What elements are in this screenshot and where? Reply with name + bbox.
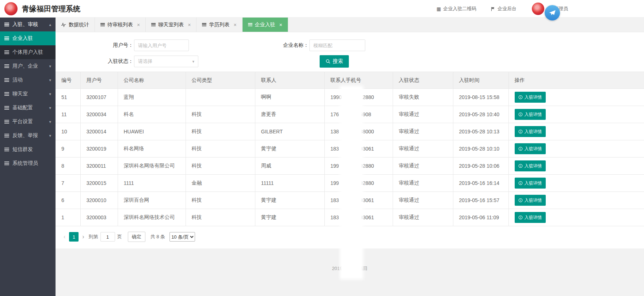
cell-type: [186, 89, 255, 106]
entry-detail-button[interactable]: 入驻详情: [515, 212, 546, 223]
company-entry-qrcode-link[interactable]: ▦ 企业入驻二维码: [437, 0, 476, 18]
close-icon[interactable]: ×: [279, 22, 282, 28]
entry-detail-button[interactable]: 入驻详情: [515, 109, 546, 120]
tab-chatroom-list[interactable]: 聊天室列表 ×: [146, 18, 197, 32]
sidebar-item-company-entry[interactable]: 企业入驻: [0, 31, 56, 45]
close-icon[interactable]: ×: [137, 22, 140, 28]
cell-company: HUAWEI: [118, 123, 186, 140]
cell-company: 科名网络: [118, 140, 186, 158]
menu-list-icon: [4, 64, 9, 68]
tab-education-list[interactable]: 学历列表 ×: [197, 18, 242, 32]
sidebar-item-entry-review[interactable]: 入驻、审核 ▴: [0, 18, 56, 31]
sidebar-item-basic-config[interactable]: 基础配置 ▾: [0, 101, 56, 115]
page-unit-label: 页: [117, 234, 122, 240]
cell-company: 科名: [118, 106, 186, 123]
prev-page-button[interactable]: ‹: [61, 234, 68, 240]
sidebar-item-chatroom[interactable]: 聊天室 ▾: [0, 87, 56, 101]
list-icon: [151, 23, 156, 26]
sidebar-item-individual-entry[interactable]: 个体用户入驻: [0, 45, 56, 59]
search-icon: [325, 59, 331, 64]
goto-page-label: 到第: [89, 234, 98, 240]
search-form: 用户号： 企业名称： 入驻状态： 请选择 ▾ 搜索: [56, 32, 644, 72]
cell-status: 审核通过: [393, 123, 453, 140]
goto-confirm-button[interactable]: 确定: [128, 232, 145, 242]
next-page-button[interactable]: ›: [80, 234, 86, 240]
col-entry-status: 入驻状态: [393, 72, 453, 89]
tab-company-entry[interactable]: 企业入驻 ×: [243, 18, 288, 32]
cell-user-id: 3200019: [80, 140, 118, 158]
sidebar-item-sms-broadcast[interactable]: 短信群发: [0, 143, 56, 156]
redaction-overlay: [342, 87, 362, 278]
menu-list-icon: [4, 92, 9, 96]
cell-contact: 11111: [255, 175, 324, 192]
caret-down-icon: ▾: [49, 119, 51, 124]
menu-list-icon: [4, 148, 9, 151]
col-actions: 操作: [508, 72, 644, 89]
cell-no: 6: [56, 192, 80, 209]
caret-down-icon: ▾: [49, 92, 51, 96]
cell-company: 深圳科名网络有限公司: [118, 158, 186, 175]
entry-detail-button[interactable]: 入驻详情: [515, 92, 546, 103]
user-id-label: 用户号：: [56, 42, 133, 49]
col-no: 编号: [56, 72, 80, 89]
company-name-input[interactable]: [309, 39, 365, 51]
app-logo: [4, 2, 18, 15]
col-user-id: 用户号: [80, 72, 118, 89]
cell-no: 51: [56, 89, 80, 106]
current-page-button[interactable]: 1: [69, 232, 79, 242]
cell-user-id: 3200015: [80, 175, 118, 192]
cell-action: 入驻详情: [508, 209, 644, 226]
sidebar-item-activity[interactable]: 活动 ▾: [0, 73, 56, 87]
entry-detail-button[interactable]: 入驻详情: [515, 178, 546, 189]
list-icon: [202, 23, 206, 26]
cell-status: 审核通过: [393, 106, 453, 123]
cell-action: 入驻详情: [508, 140, 644, 158]
menu-list-icon: [4, 23, 9, 26]
info-icon: [518, 112, 523, 117]
sidebar-item-user-company[interactable]: 用户、企业 ▾: [0, 59, 56, 73]
info-icon: [518, 129, 523, 134]
sidebar-nav: 入驻、审核 ▴ 企业入驻 个体用户入驻 用户、企业 ▾ 活动 ▾ 聊天室 ▾ 基…: [0, 18, 56, 296]
goto-page-input[interactable]: [100, 232, 115, 242]
tab-data-statistics[interactable]: 数据统计: [56, 18, 95, 32]
cell-type: 科技: [186, 123, 255, 140]
backend-link-label: 企业后台: [498, 5, 517, 12]
telegram-extension-badge[interactable]: [545, 5, 560, 20]
entry-detail-button[interactable]: 入驻详情: [515, 160, 546, 171]
line-chart-icon: [61, 22, 66, 27]
company-backend-link[interactable]: 企业后台: [491, 0, 517, 18]
sidebar-item-feedback-report[interactable]: 反馈、举报 ▾: [0, 129, 56, 143]
menu-list-icon: [4, 162, 9, 165]
company-name-label: 企业名称：: [189, 42, 309, 49]
info-icon: [518, 147, 523, 151]
cell-time: 2019-08-15 15:58: [453, 89, 508, 106]
entry-detail-button[interactable]: 入驻详情: [515, 143, 546, 154]
cell-status: 审核通过: [393, 209, 453, 226]
entry-status-select[interactable]: 请选择 ▾: [134, 56, 198, 67]
cell-user-id: 3200011: [80, 158, 118, 175]
col-contact: 联系人: [255, 72, 324, 89]
cell-time: 2019-05-28 10:06: [453, 158, 508, 175]
user-id-input[interactable]: [134, 39, 189, 51]
menu-list-icon: [4, 106, 9, 110]
sidebar-item-system-admin[interactable]: 系统管理员: [0, 156, 56, 170]
search-button[interactable]: 搜索: [320, 55, 349, 68]
cell-no: 1: [56, 209, 80, 226]
cell-company: 深圳百合网: [118, 192, 186, 209]
entry-status-label: 入驻状态：: [56, 58, 133, 65]
user-avatar[interactable]: [532, 3, 544, 15]
cell-user-id: 3200003: [80, 209, 118, 226]
cell-action: 入驻详情: [508, 175, 644, 192]
entry-detail-button[interactable]: 入驻详情: [515, 126, 546, 137]
cell-contact: 啊啊: [255, 89, 324, 106]
cell-no: 7: [56, 175, 80, 192]
sidebar-item-platform-settings[interactable]: 平台设置 ▾: [0, 115, 56, 129]
col-entry-time: 入驻时间: [453, 72, 508, 89]
close-icon[interactable]: ×: [188, 22, 191, 28]
col-company-name: 公司名称: [118, 72, 186, 89]
entry-detail-button[interactable]: 入驻详情: [515, 195, 546, 206]
cell-status: 审核通过: [393, 158, 453, 175]
page-size-select[interactable]: 10 条/页: [169, 232, 195, 242]
close-icon[interactable]: ×: [233, 22, 236, 28]
tab-pending-review-list[interactable]: 待审核列表 ×: [95, 18, 146, 32]
